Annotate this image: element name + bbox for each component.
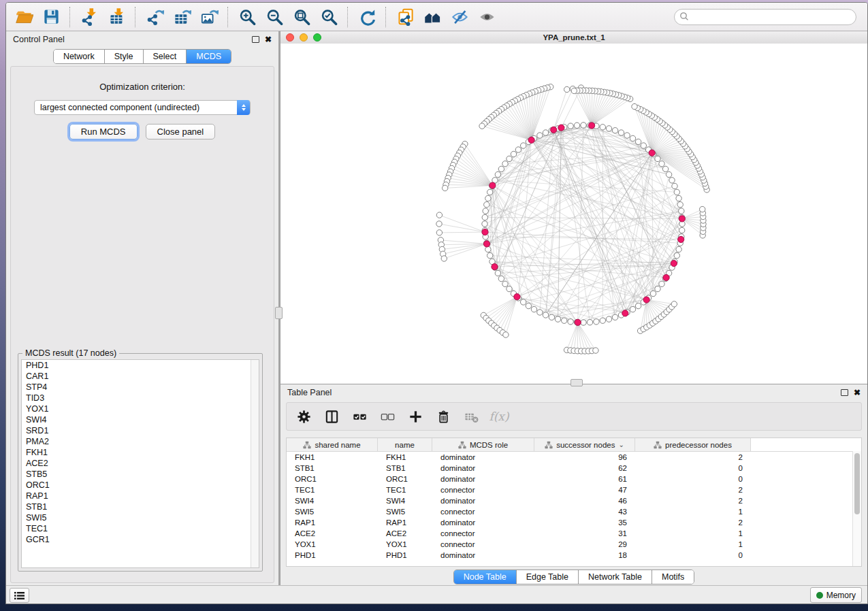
graph-node[interactable] (485, 195, 491, 201)
graph-node[interactable] (612, 128, 617, 133)
graph-node[interactable] (537, 310, 543, 315)
graph-mcds-node[interactable] (663, 274, 669, 280)
optimization-criterion-select[interactable]: largest connected component (undirected) (34, 100, 251, 115)
graph-node[interactable] (498, 166, 504, 171)
tab-edge-table[interactable]: Edge Table (516, 570, 578, 584)
graph-node[interactable] (679, 227, 685, 233)
graph-node[interactable] (487, 189, 493, 195)
graph-node[interactable] (669, 178, 675, 183)
graph-node[interactable] (526, 303, 531, 308)
graph-node[interactable] (674, 252, 679, 258)
graph-node[interactable] (618, 130, 624, 135)
graph-node[interactable] (662, 166, 668, 171)
graph-node[interactable] (495, 270, 500, 276)
graph-node[interactable] (511, 151, 516, 156)
task-history-button[interactable] (10, 588, 29, 603)
mcds-result-node[interactable]: FKH1 (22, 447, 259, 458)
mcds-result-node[interactable]: PMA2 (22, 436, 259, 447)
graph-mcds-node[interactable] (551, 127, 557, 133)
graph-node[interactable] (700, 206, 705, 212)
graph-node[interactable] (543, 130, 548, 135)
open-folder-button[interactable] (10, 5, 37, 29)
column-header-shared-name[interactable]: shared name (287, 438, 378, 451)
graph-node[interactable] (587, 320, 592, 325)
graph-node[interactable] (676, 246, 681, 252)
table-row[interactable]: PHD1PHD1dominator180 (287, 550, 861, 561)
zoom-out-button[interactable] (261, 5, 288, 29)
table-row[interactable]: SWI5SWI5connector431 (287, 506, 861, 517)
search-input[interactable] (674, 9, 856, 25)
graph-node[interactable] (562, 318, 567, 323)
graph-node[interactable] (443, 185, 448, 191)
graph-node[interactable] (672, 183, 677, 188)
tab-select[interactable]: Select (143, 50, 187, 63)
close-panel-icon[interactable]: ✖ (265, 35, 272, 44)
graph-node[interactable] (564, 86, 570, 92)
graph-node[interactable] (655, 156, 660, 161)
graph-node[interactable] (655, 286, 660, 291)
refresh-button[interactable] (353, 5, 381, 29)
horizontal-splitter-grip[interactable] (570, 379, 583, 386)
graph-mcds-node[interactable] (678, 236, 684, 242)
float-panel-icon[interactable] (252, 36, 259, 43)
graph-node[interactable] (593, 348, 598, 353)
graph-node[interactable] (515, 147, 521, 152)
table-row[interactable]: FKH1FKH1dominator962 (287, 452, 861, 463)
mcds-result-node[interactable]: CAR1 (22, 371, 259, 382)
add-column-button[interactable] (406, 408, 424, 425)
graph-node[interactable] (659, 281, 664, 286)
graph-node[interactable] (483, 208, 488, 214)
graph-mcds-node[interactable] (649, 150, 655, 156)
table-row[interactable]: ACE2ACE2connector311 (287, 528, 861, 539)
graph-node[interactable] (659, 161, 664, 167)
mcds-result-list[interactable]: PHD1CAR1STP4TID3YOX1SWI4SRD1PMA2FKH1ACE2… (21, 359, 259, 568)
graph-node[interactable] (650, 291, 656, 296)
mcds-result-node[interactable]: YOX1 (22, 403, 259, 414)
close-table-panel-icon[interactable]: ✖ (854, 389, 861, 397)
graph-node[interactable] (568, 319, 573, 325)
tab-mcds[interactable]: MCDS (186, 50, 231, 63)
delete-column-button[interactable] (434, 408, 452, 425)
graph-node[interactable] (543, 312, 548, 318)
column-header-name[interactable]: name (378, 438, 432, 451)
graph-node[interactable] (606, 316, 611, 322)
mcds-result-node[interactable]: TEC1 (22, 523, 259, 534)
graph-node[interactable] (635, 139, 641, 144)
first-neighbors-button[interactable] (419, 5, 446, 29)
graph-mcds-node[interactable] (589, 122, 595, 129)
table-scrollbar-thumb[interactable] (854, 453, 860, 514)
export-image-button[interactable] (195, 5, 223, 29)
graph-node[interactable] (612, 314, 617, 320)
graph-node[interactable] (482, 214, 487, 220)
node-table[interactable]: shared namenameMCDS rolesuccessor nodes⌄… (286, 437, 862, 567)
graph-node[interactable] (600, 125, 605, 130)
graph-mcds-node[interactable] (622, 310, 628, 316)
graph-node[interactable] (630, 135, 635, 141)
graph-node[interactable] (502, 281, 508, 286)
mcds-result-node[interactable]: STB5 (22, 469, 259, 480)
graph-mcds-node[interactable] (679, 216, 685, 222)
table-row[interactable]: TEC1TEC1connector472 (287, 484, 861, 495)
graph-node[interactable] (632, 103, 637, 109)
graph-node[interactable] (594, 319, 599, 325)
graph-node[interactable] (574, 122, 579, 128)
graph-node[interactable] (676, 195, 681, 201)
graph-node[interactable] (555, 316, 560, 322)
mcds-result-node[interactable]: ACE2 (22, 458, 259, 469)
graph-mcds-node[interactable] (558, 125, 564, 131)
mcds-result-node[interactable]: TID3 (22, 393, 259, 403)
graph-node[interactable] (677, 202, 683, 208)
graph-node[interactable] (671, 301, 677, 307)
graph-mcds-node[interactable] (492, 264, 498, 270)
graph-node[interactable] (487, 252, 493, 258)
mcds-result-node[interactable]: RAP1 (22, 491, 259, 501)
graph-node[interactable] (571, 88, 577, 93)
graph-node[interactable] (479, 123, 485, 129)
memory-button[interactable]: Memory (810, 587, 862, 603)
zoom-selected-button[interactable] (315, 5, 342, 29)
graph-mcds-node[interactable] (671, 261, 677, 267)
mcds-result-node[interactable]: PHD1 (22, 360, 259, 371)
graph-node[interactable] (521, 299, 526, 305)
graph-mcds-node[interactable] (482, 229, 488, 235)
table-row[interactable]: ORC1ORC1dominator610 (287, 474, 861, 484)
